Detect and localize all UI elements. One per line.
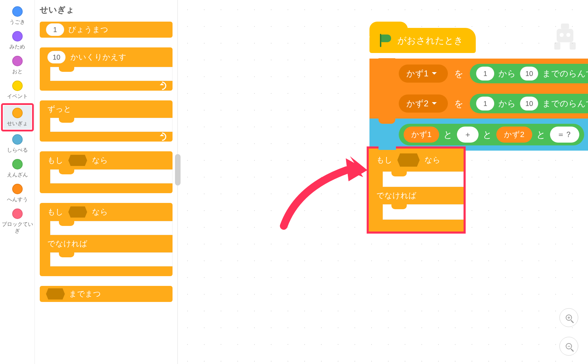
ifelse-moshi-label: もし — [376, 155, 392, 165]
highlighted-if-else-block[interactable]: もし なら でなければ — [367, 146, 466, 234]
block-set-variable-2[interactable]: かず2 を 1 から 10 までのらんすう にする — [369, 89, 588, 119]
zoom-out-icon: − — [566, 343, 572, 349]
category-events[interactable]: イベント — [2, 78, 33, 103]
block-wait-until[interactable]: までまつ — [40, 286, 173, 302]
block-if-else[interactable]: もし なら でなければ — [40, 203, 173, 276]
category-control[interactable]: せいぎょ — [3, 106, 31, 129]
random-reporter[interactable]: 1 から 10 までのらんすう — [470, 64, 588, 83]
dropdown-triangle-icon — [432, 102, 437, 107]
category-looks[interactable]: みため — [2, 29, 33, 53]
loop-arrow-icon — [156, 80, 168, 92]
waituntil-condition-slot[interactable] — [46, 288, 65, 299]
palette-scrollbar[interactable] — [175, 154, 181, 185]
ifelse-moshi-label: もし — [47, 207, 63, 217]
green-flag-icon — [379, 34, 391, 47]
repeat-body-slot[interactable] — [50, 67, 173, 81]
zoom-in-icon: + — [566, 314, 572, 321]
category-operators[interactable]: えんざん — [2, 157, 33, 181]
repeat-suffix-label: かいくりかえす — [70, 52, 127, 62]
svg-point-1 — [560, 33, 564, 37]
ifelse-condition-slot[interactable] — [68, 206, 87, 218]
category-variables[interactable]: へんすう — [2, 182, 33, 206]
ifelse-nara-label: なら — [92, 207, 108, 217]
wo-label: を — [454, 68, 464, 80]
var-reporter[interactable]: かず2 — [496, 127, 532, 143]
ifelse-nara-label: なら — [425, 155, 441, 165]
ifelse-else-slot[interactable] — [50, 252, 173, 266]
category-label: せいぎょ — [3, 120, 31, 127]
variable-dropdown[interactable]: かず2 — [399, 94, 448, 113]
annotation-arrow-icon — [277, 156, 371, 233]
motion-dot-icon — [12, 6, 23, 17]
svg-marker-6 — [346, 156, 367, 177]
var-reporter[interactable]: かず1 — [404, 127, 439, 143]
random-from-input[interactable]: 1 — [476, 97, 494, 111]
random-from-input[interactable]: 1 — [476, 67, 494, 81]
category-label: へんすう — [2, 196, 33, 203]
svg-point-2 — [566, 33, 571, 37]
events-dot-icon — [12, 81, 23, 91]
wait-seconds-input[interactable]: 1 — [46, 23, 64, 36]
category-label: みため — [2, 44, 33, 50]
category-label: うごき — [2, 19, 33, 25]
block-if[interactable]: もし なら — [40, 151, 173, 193]
sensing-dot-icon — [12, 134, 23, 145]
svg-rect-4 — [554, 42, 560, 50]
forever-body-slot[interactable] — [50, 118, 173, 132]
control-dot-icon — [12, 108, 23, 118]
zoom-controls: + − — [559, 308, 578, 356]
palette-title: せいぎょ — [40, 4, 173, 15]
looks-dot-icon — [12, 31, 23, 41]
category-sound[interactable]: おと — [2, 54, 33, 78]
random-to-input[interactable]: 10 — [520, 97, 538, 111]
join-reporter[interactable]: かず1 と ＋ と かず2 と ＝？ — [399, 124, 584, 145]
waituntil-suffix-label: までまつ — [69, 289, 101, 299]
variable-dropdown[interactable]: かず1 — [399, 65, 448, 83]
block-palette[interactable]: せいぎょ 1 びょうまつ 10 かいくりかえす ずっと もし — [35, 0, 178, 364]
svg-rect-5 — [570, 42, 575, 50]
ifelse-else-label: でなければ — [376, 190, 417, 201]
block-ask-and-wait[interactable]: かず1 と ＋ と かず2 と ＝？ ときいてまつ — [369, 119, 588, 151]
if-nara-label: なら — [92, 155, 108, 166]
kara-label: から — [498, 68, 516, 79]
svg-marker-7 — [346, 158, 367, 181]
svg-rect-3 — [561, 23, 569, 29]
join-to-label: と — [536, 129, 546, 141]
category-label: しらべる — [2, 147, 33, 153]
ifelse-then-slot[interactable] — [383, 172, 464, 187]
join-to-label: と — [443, 129, 453, 141]
if-condition-slot[interactable] — [68, 155, 87, 166]
category-sensing[interactable]: しらべる — [2, 132, 33, 156]
ifelse-else-slot[interactable] — [383, 204, 464, 220]
block-set-variable-1[interactable]: かず1 を 1 から 10 までのらんすう にする — [369, 59, 588, 89]
kara-label: から — [498, 98, 516, 109]
random-reporter[interactable]: 1 から 10 までのらんすう — [470, 94, 588, 113]
random-to-input[interactable]: 10 — [520, 67, 538, 81]
join-text-input[interactable]: ＋ — [457, 127, 479, 143]
hat-label: がおされたとき — [397, 35, 463, 47]
ifelse-else-label: でなければ — [47, 238, 87, 249]
ifelse-condition-slot[interactable] — [397, 153, 420, 167]
repeat-count-input[interactable]: 10 — [47, 51, 66, 63]
sound-dot-icon — [12, 56, 23, 66]
script-stack[interactable]: かず1 を 1 から 10 までのらんすう にする かず2 を 1 から 10 — [369, 59, 588, 151]
category-label: えんざん — [2, 172, 33, 178]
wo-label: を — [454, 98, 464, 110]
category-myblocks[interactable]: ブロックていぎ — [2, 206, 33, 237]
block-repeat[interactable]: 10 かいくりかえす — [40, 47, 173, 91]
category-motion[interactable]: うごき — [2, 4, 33, 28]
ifelse-then-slot[interactable] — [50, 221, 173, 235]
block-wait[interactable]: 1 びょうまつ — [40, 22, 173, 38]
sprite-watermark-icon — [548, 19, 582, 52]
wait-suffix-label: びょうまつ — [68, 24, 108, 35]
category-label: ブロックていぎ — [2, 221, 33, 234]
block-forever[interactable]: ずっと — [40, 100, 173, 142]
script-workspace[interactable]: がおされたとき かず1 を 1 から 10 までのらんすう にする かず2 を — [178, 0, 588, 364]
hat-when-flag-clicked[interactable]: がおされたとき — [369, 28, 476, 53]
if-body-slot[interactable] — [50, 169, 173, 183]
variable-name: かず2 — [406, 98, 428, 109]
zoom-out-button[interactable]: − — [559, 337, 578, 356]
zoom-in-button[interactable]: + — [559, 308, 578, 327]
operators-dot-icon — [12, 159, 23, 169]
join-text-input[interactable]: ＝？ — [550, 127, 579, 143]
